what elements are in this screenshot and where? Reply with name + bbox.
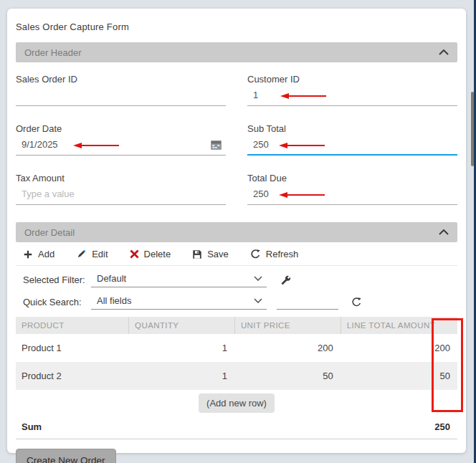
detail-toolbar: Add Edit Delete (16, 242, 457, 266)
quick-search-input[interactable] (277, 294, 338, 310)
edit-button[interactable]: Edit (76, 249, 108, 259)
column-header-quantity[interactable]: QUANTITY (128, 317, 234, 334)
order-detail-table: PRODUCT QUANTITY UNIT PRICE LINE TOTAL A… (16, 317, 457, 439)
selected-filter-row: Selected Filter: Default (23, 271, 457, 288)
field-tax-amount: Tax Amount (16, 173, 226, 205)
cell-line-total: 200 (341, 343, 457, 353)
customer-id-input[interactable] (247, 87, 457, 106)
plus-icon (23, 249, 33, 259)
add-new-row-band: (Add new row) (16, 390, 457, 417)
chevron-up-icon[interactable] (439, 229, 449, 235)
save-button[interactable]: Save (192, 249, 229, 259)
page-title: Sales Order Capture Form (16, 22, 457, 32)
selected-filter-label: Selected Filter: (23, 275, 91, 285)
tax-amount-label: Tax Amount (16, 173, 226, 183)
filter-select[interactable]: Default (91, 272, 267, 287)
order-header-fields: Sales Order ID Customer ID Order Date (16, 74, 457, 222)
refresh-button[interactable]: Refresh (250, 249, 299, 259)
field-sales-order-id: Sales Order ID (16, 74, 226, 106)
order-detail-section-bar[interactable]: Order Detail (16, 222, 457, 242)
add-button[interactable]: Add (23, 249, 54, 259)
quick-search-select-value: All fields (97, 295, 131, 306)
column-header-unit-price[interactable]: UNIT PRICE (234, 317, 341, 334)
cell-product: Product 1 (16, 343, 128, 353)
x-delete-icon (130, 249, 139, 259)
order-detail-section-title: Order Detail (24, 227, 75, 238)
sales-order-form-card: Sales Order Capture Form Order Header Sa… (7, 9, 466, 453)
chevron-down-icon (254, 298, 262, 303)
total-due-input[interactable] (247, 186, 457, 205)
field-customer-id: Customer ID (247, 74, 457, 106)
sum-value: 250 (434, 421, 450, 432)
customer-id-label: Customer ID (247, 74, 457, 85)
edit-button-label: Edit (92, 249, 108, 259)
create-new-order-button[interactable]: Create New Order (16, 449, 116, 463)
tax-amount-input[interactable] (16, 186, 226, 205)
column-header-product[interactable]: PRODUCT (16, 317, 128, 334)
add-button-label: Add (38, 249, 54, 259)
refresh-button-label: Refresh (266, 249, 299, 259)
pencil-icon (76, 249, 87, 259)
total-due-label: Total Due (247, 173, 457, 183)
order-date-input[interactable] (16, 137, 226, 156)
field-sub-total: Sub Total (247, 123, 457, 156)
order-date-label: Order Date (16, 123, 226, 134)
filter-select-value: Default (97, 273, 126, 284)
chevron-down-icon (254, 276, 262, 281)
table-header-row: PRODUCT QUANTITY UNIT PRICE LINE TOTAL A… (16, 317, 457, 334)
cell-product: Product 2 (16, 371, 128, 381)
chevron-up-icon[interactable] (439, 49, 449, 55)
delete-button-label: Delete (144, 249, 171, 259)
sales-order-id-label: Sales Order ID (16, 74, 226, 85)
wrench-icon[interactable] (280, 275, 290, 285)
table-sum-row: Sum 250 (16, 417, 457, 439)
cell-unit-price: 200 (234, 343, 341, 353)
add-new-row-button[interactable]: (Add new row) (199, 393, 275, 413)
quick-search-row: Quick Search: All fields (23, 293, 457, 310)
order-header-section-title: Order Header (24, 47, 81, 58)
cell-line-total: 50 (341, 371, 457, 381)
sales-order-id-input[interactable] (16, 87, 226, 106)
refresh-search-icon[interactable] (351, 297, 362, 307)
table-row[interactable]: Product 1 1 200 200 (16, 334, 457, 362)
cell-unit-price: 50 (234, 371, 341, 381)
quick-search-field-select[interactable]: All fields (91, 294, 267, 310)
column-header-line-total[interactable]: LINE TOTAL AMOUNT (341, 317, 457, 334)
quick-search-label: Quick Search: (23, 297, 91, 307)
order-header-section-bar[interactable]: Order Header (16, 42, 457, 62)
cell-quantity: 1 (128, 343, 234, 353)
delete-button[interactable]: Delete (130, 249, 171, 259)
field-total-due: Total Due (247, 173, 457, 205)
calendar-icon[interactable] (211, 140, 222, 150)
save-button-label: Save (207, 249, 229, 259)
sub-total-label: Sub Total (247, 123, 457, 134)
floppy-save-icon (192, 249, 202, 259)
field-order-date: Order Date (16, 123, 226, 156)
table-row[interactable]: Product 2 1 50 50 (16, 362, 457, 390)
refresh-icon (250, 249, 261, 259)
cell-quantity: 1 (128, 371, 234, 381)
sub-total-input[interactable] (247, 137, 457, 156)
sum-label: Sum (22, 421, 42, 432)
